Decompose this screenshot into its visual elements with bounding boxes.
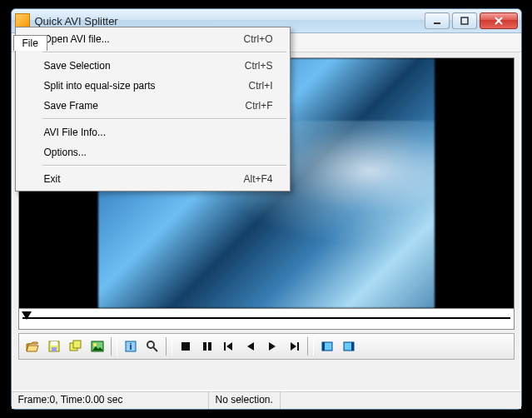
picture-icon xyxy=(91,340,104,353)
menu-split[interactable]: Split into equal-size partsCtrl+I xyxy=(17,76,288,96)
menu-file[interactable]: File xyxy=(13,35,47,51)
picture-button[interactable] xyxy=(87,336,107,356)
play-reverse-icon xyxy=(244,340,257,353)
stop-button[interactable] xyxy=(176,336,196,356)
close-button[interactable] xyxy=(480,12,518,29)
file-dropdown: Open AVI file...Ctrl+O Save SelectionCtr… xyxy=(15,27,291,192)
save-button[interactable] xyxy=(44,336,64,356)
batch-button[interactable] xyxy=(66,336,86,356)
separator xyxy=(166,337,172,356)
svg-rect-16 xyxy=(203,342,206,351)
separator xyxy=(42,118,286,120)
pause-button[interactable] xyxy=(197,336,217,356)
info-icon: i xyxy=(124,340,137,353)
save-icon xyxy=(47,340,61,353)
menu-options[interactable]: Options... xyxy=(17,142,288,162)
svg-point-10 xyxy=(93,343,97,346)
separator xyxy=(307,337,314,356)
minimize-button[interactable] xyxy=(425,12,450,29)
svg-line-14 xyxy=(153,347,157,351)
stop-icon xyxy=(179,340,192,353)
menubar: File Action Help Open AVI file...Ctrl+O … xyxy=(12,33,521,52)
svg-rect-23 xyxy=(351,342,354,351)
playhead-icon[interactable] xyxy=(22,311,32,320)
maximize-button[interactable] xyxy=(452,12,477,29)
mark-in-icon xyxy=(321,340,334,353)
zoom-button[interactable] xyxy=(142,336,162,356)
statusbar: Frame:0, Time:0.00 sec No selection. xyxy=(12,391,521,409)
step-back-icon xyxy=(222,340,236,353)
menu-file-info[interactable]: AVI File Info... xyxy=(17,122,288,142)
step-forward-button[interactable] xyxy=(284,336,304,356)
toolbar: i xyxy=(18,333,515,360)
svg-point-13 xyxy=(147,341,154,348)
svg-rect-6 xyxy=(52,347,57,351)
play-button[interactable] xyxy=(262,336,282,356)
svg-rect-21 xyxy=(322,342,325,351)
svg-rect-15 xyxy=(181,342,190,351)
menu-save-frame[interactable]: Save FrameCtrl+F xyxy=(17,96,288,116)
separator xyxy=(42,165,286,167)
play-icon xyxy=(266,340,279,353)
app-window: Quick AVI Splitter File Action Help Open… xyxy=(11,8,522,410)
menu-open-avi[interactable]: Open AVI file...Ctrl+O xyxy=(17,29,288,49)
svg-rect-19 xyxy=(297,342,299,351)
svg-rect-18 xyxy=(224,342,226,351)
svg-rect-5 xyxy=(51,341,57,346)
step-forward-icon xyxy=(287,340,301,353)
status-frame-time: Frame:0, Time:0.00 sec xyxy=(12,392,209,409)
status-selection: No selection. xyxy=(209,392,281,409)
separator xyxy=(42,52,286,53)
open-icon xyxy=(26,340,39,353)
window-controls xyxy=(425,12,518,29)
play-reverse-button[interactable] xyxy=(241,336,261,356)
batch-icon xyxy=(69,340,82,353)
mark-out-button[interactable] xyxy=(339,336,359,356)
svg-rect-8 xyxy=(73,341,81,348)
svg-text:i: i xyxy=(129,341,132,351)
separator xyxy=(111,337,117,356)
window-title: Quick AVI Splitter xyxy=(35,15,425,27)
svg-rect-1 xyxy=(461,17,468,24)
mark-out-icon xyxy=(342,340,355,353)
timeline[interactable] xyxy=(18,309,515,330)
open-button[interactable] xyxy=(22,336,42,356)
pause-icon xyxy=(201,340,214,353)
menu-save-selection[interactable]: Save SelectionCtrl+S xyxy=(17,56,288,76)
menu-exit[interactable]: ExitAlt+F4 xyxy=(17,169,288,189)
info-button[interactable]: i xyxy=(121,336,141,356)
svg-rect-17 xyxy=(208,342,211,351)
mark-in-button[interactable] xyxy=(317,336,337,356)
step-back-button[interactable] xyxy=(219,336,239,356)
zoom-icon xyxy=(146,340,159,353)
